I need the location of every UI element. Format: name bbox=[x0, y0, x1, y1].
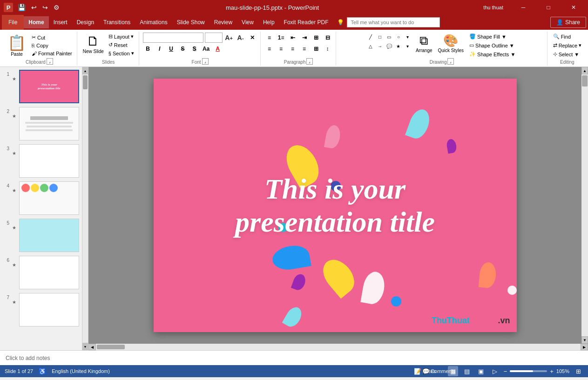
shape-star[interactable]: ★ bbox=[394, 42, 403, 50]
section-button[interactable]: § Section ▾ bbox=[107, 49, 136, 57]
canvas-area[interactable]: This is your presentation title ThuThuat… bbox=[88, 67, 581, 344]
menu-slideshow[interactable]: Slide Show bbox=[172, 16, 210, 28]
scroll-down-btn[interactable]: ▼ bbox=[82, 343, 88, 350]
notes-bar[interactable]: Click to add notes bbox=[0, 350, 588, 365]
clear-format-button[interactable]: ✕ bbox=[247, 33, 257, 43]
para-expand[interactable]: ⌟ bbox=[306, 58, 313, 65]
line-spacing-button[interactable]: ↕ bbox=[323, 44, 333, 54]
underline-button[interactable]: U bbox=[166, 44, 176, 54]
scroll-thumb[interactable] bbox=[83, 75, 88, 89]
menu-insert[interactable]: Insert bbox=[49, 16, 72, 28]
comments-button[interactable]: 💬 Comments bbox=[434, 366, 444, 376]
bottom-scroll-left[interactable]: ◀ bbox=[88, 344, 96, 350]
numbering-button[interactable]: 1≡ bbox=[276, 33, 286, 43]
indent-more-button[interactable]: ⇥ bbox=[299, 33, 310, 43]
bottom-scroll-thumb[interactable] bbox=[97, 345, 125, 349]
minimize-button[interactable]: ─ bbox=[513, 0, 534, 15]
menu-design[interactable]: Design bbox=[72, 16, 99, 28]
bold-button[interactable]: B bbox=[143, 44, 153, 54]
menu-foxit[interactable]: Foxit Reader PDF bbox=[279, 16, 333, 28]
shape-rounded-rect[interactable]: ▭ bbox=[385, 33, 393, 41]
right-scroll-thumb[interactable] bbox=[582, 75, 588, 87]
redo-button[interactable]: ↪ bbox=[41, 3, 50, 12]
reset-button[interactable]: ↺ Reset bbox=[107, 41, 136, 49]
shape-rect[interactable]: □ bbox=[376, 33, 384, 41]
menu-help[interactable]: Help bbox=[258, 16, 279, 28]
shape-triangle[interactable]: △ bbox=[366, 42, 375, 50]
shape-fill-button[interactable]: 🪣 Shape Fill ▼ bbox=[467, 33, 517, 40]
zoom-in-button[interactable]: + bbox=[550, 368, 554, 375]
columns-button[interactable]: ⊟ bbox=[323, 33, 333, 43]
align-right-button[interactable]: ≡ bbox=[288, 44, 298, 54]
shape-more2[interactable]: ▾ bbox=[404, 42, 412, 50]
scroll-up-btn[interactable]: ▲ bbox=[82, 67, 88, 74]
changecase-button[interactable]: Aa bbox=[201, 44, 211, 54]
layout-button[interactable]: ⊟ Layout ▾ bbox=[107, 33, 136, 40]
arrange-button[interactable]: ⧉ Arrange bbox=[414, 33, 434, 54]
format-painter-button[interactable]: 🖌 Format Painter bbox=[30, 50, 74, 57]
font-size-input[interactable] bbox=[205, 33, 223, 43]
shape-line[interactable]: ╱ bbox=[366, 33, 375, 41]
align-left-button[interactable]: ≡ bbox=[264, 44, 275, 54]
view-slideshow-button[interactable]: ▷ bbox=[490, 366, 500, 376]
undo-button[interactable]: ↩ bbox=[29, 3, 39, 12]
decrease-font-button[interactable]: A- bbox=[236, 33, 246, 43]
cut-button[interactable]: ✂ Cut bbox=[30, 33, 74, 41]
menu-view[interactable]: View bbox=[237, 16, 258, 28]
shape-more[interactable]: ▾ bbox=[404, 33, 412, 41]
slide-item-1[interactable]: 1 ★ This is yourpresentation title bbox=[2, 69, 80, 104]
strikethrough-button[interactable]: S bbox=[178, 44, 188, 54]
restore-button[interactable]: □ bbox=[538, 0, 559, 15]
textshadow-button[interactable]: S bbox=[189, 44, 200, 54]
bullets-button[interactable]: ≡ bbox=[264, 33, 275, 43]
right-scroll-up[interactable]: ▲ bbox=[581, 67, 588, 74]
zoom-slider[interactable] bbox=[510, 370, 547, 372]
shape-arrow[interactable]: → bbox=[376, 42, 384, 50]
view-normal-button[interactable]: ▦ bbox=[448, 366, 458, 376]
slide-item-7[interactable]: 7 ★ bbox=[2, 292, 80, 327]
copy-button[interactable]: ⎘ Copy bbox=[30, 42, 74, 49]
menu-transitions[interactable]: Transitions bbox=[99, 16, 135, 28]
columns2-button[interactable]: ⊞ bbox=[311, 44, 321, 54]
shape-callout[interactable]: 💬 bbox=[385, 42, 393, 50]
view-reading-button[interactable]: ▣ bbox=[476, 366, 486, 376]
close-button[interactable]: ✕ bbox=[563, 0, 584, 15]
convert-smartart-button[interactable]: ⊞ bbox=[311, 33, 321, 43]
replace-button[interactable]: ⇄ Replace ▾ bbox=[551, 41, 583, 49]
justify-button[interactable]: ≡ bbox=[299, 44, 310, 54]
customize-qat-button[interactable]: ⚙ bbox=[52, 3, 61, 12]
right-scroll-down[interactable]: ▼ bbox=[581, 336, 588, 344]
shape-outline-button[interactable]: ▭ Shape Outline ▼ bbox=[467, 41, 517, 49]
slide-item-5[interactable]: 5 ★ bbox=[2, 218, 80, 253]
drawing-expand[interactable]: ⌟ bbox=[447, 58, 454, 65]
fit-page-button[interactable]: ⊞ bbox=[573, 366, 583, 376]
slide-panel-scrollbar[interactable]: ▲ ▼ bbox=[82, 67, 88, 350]
slide-item-2[interactable]: 2 ★ bbox=[2, 106, 80, 141]
slide-item-4[interactable]: 4 ★ bbox=[2, 180, 80, 216]
italic-button[interactable]: I bbox=[155, 44, 165, 54]
zoom-out-button[interactable]: − bbox=[504, 368, 507, 375]
menu-home[interactable]: Home bbox=[24, 16, 48, 28]
shape-effects-button[interactable]: ✨ Shape Effects ▼ bbox=[467, 50, 517, 58]
clipboard-expand[interactable]: ⌟ bbox=[47, 58, 53, 65]
menu-review[interactable]: Review bbox=[210, 16, 237, 28]
font-expand[interactable]: ⌟ bbox=[202, 58, 209, 65]
quick-styles-button[interactable]: 🎨 Quick Styles bbox=[436, 33, 466, 54]
paste-button[interactable]: 📋 Paste bbox=[5, 33, 29, 58]
share-button[interactable]: 👤 Share bbox=[550, 17, 586, 28]
shape-oval[interactable]: ○ bbox=[394, 33, 403, 41]
slide-item-3[interactable]: 3 ★ bbox=[2, 143, 80, 179]
font-color-button[interactable]: A bbox=[213, 44, 223, 54]
increase-font-button[interactable]: A+ bbox=[224, 33, 234, 43]
font-name-input[interactable] bbox=[143, 33, 203, 43]
select-button[interactable]: ⊹ Select ▼ bbox=[551, 50, 581, 58]
bottom-scroll-right[interactable]: ▶ bbox=[581, 344, 588, 350]
align-center-button[interactable]: ≡ bbox=[276, 44, 286, 54]
menu-animations[interactable]: Animations bbox=[135, 16, 172, 28]
new-slide-button[interactable]: 🗋 New Slide bbox=[81, 33, 106, 55]
view-outline-button[interactable]: ▤ bbox=[462, 366, 472, 376]
indent-less-button[interactable]: ⇤ bbox=[288, 33, 298, 43]
save-button[interactable]: 💾 bbox=[16, 3, 27, 12]
find-button[interactable]: 🔍 Find bbox=[551, 33, 573, 40]
tell-me-input[interactable] bbox=[347, 17, 440, 27]
